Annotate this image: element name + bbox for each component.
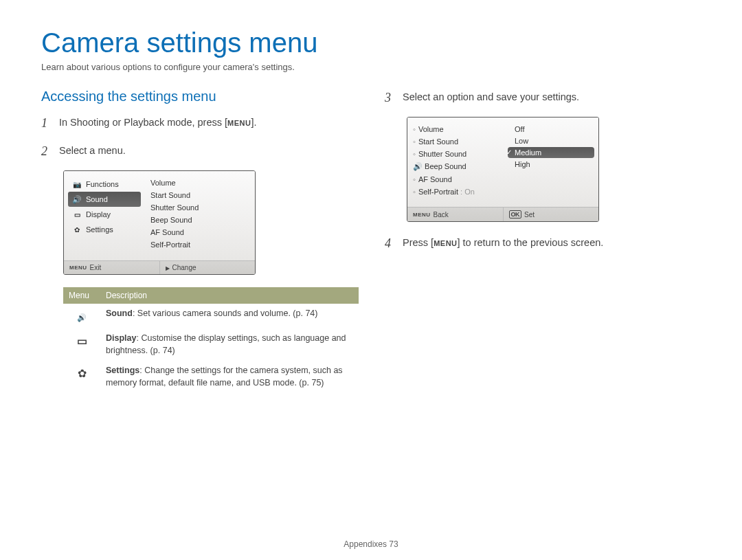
step-1: 1 In Shooting or Playback mode, press [M… — [41, 114, 357, 133]
option-medium: Medium — [508, 147, 594, 158]
option-off: Off — [508, 124, 594, 135]
table-row: Display: Customise the display settings,… — [63, 328, 359, 361]
menu-categories: Functions Sound Display Settings — [64, 171, 145, 260]
menu-button-label: MENU — [434, 239, 457, 247]
gear-icon — [72, 225, 82, 234]
ok-icon: OK — [509, 210, 522, 219]
table-header-description: Description — [100, 287, 359, 304]
page-title: Camera settings menu — [41, 27, 701, 58]
section-heading: Accessing the settings menu — [41, 89, 357, 104]
camera-icon — [72, 179, 82, 189]
camera-screen-option: Volume Start Sound Shutter Sound Beep So… — [407, 117, 599, 222]
menu-item-settings: Settings — [68, 222, 141, 237]
footer-back: MENUBack — [407, 208, 503, 221]
camera-screen-menu: Functions Sound Display Settings Volume … — [63, 170, 256, 275]
table-row: Sound: Set various camera sounds and vol… — [63, 304, 359, 328]
table-header-menu: Menu — [63, 287, 100, 304]
footer-exit: MENUExit — [64, 261, 159, 274]
table-row: Settings: Change the settings for the ca… — [63, 361, 359, 393]
display-icon — [72, 210, 82, 219]
display-icon — [77, 335, 87, 347]
option-high: High — [508, 159, 594, 170]
option-values: Off Low Medium High — [504, 117, 598, 207]
sound-icon — [72, 194, 82, 204]
step-4: 4 Press [MENU] to return to the previous… — [385, 234, 701, 253]
footer-set: OKSet — [503, 208, 599, 221]
menu-description-table: Menu Description Sound: Set various came… — [63, 287, 359, 393]
sound-icon — [77, 311, 87, 322]
option-list: Volume Start Sound Shutter Sound Beep So… — [407, 117, 504, 207]
step-3: 3 Select an option and save your setting… — [385, 89, 701, 107]
step-2: 2 Select a menu. — [41, 142, 357, 161]
menu-item-display: Display — [68, 207, 141, 222]
menu-item-sound: Sound — [68, 192, 141, 207]
menu-item-functions: Functions — [68, 177, 141, 192]
footer-change: Change — [159, 261, 256, 274]
menu-button-label: MENU — [227, 119, 251, 127]
option-low: Low — [508, 135, 594, 146]
menu-options: Volume Start Sound Shutter Sound Beep So… — [145, 171, 255, 260]
triangle-right-icon — [166, 264, 170, 271]
gear-icon — [78, 368, 87, 379]
sound-icon — [413, 162, 423, 170]
page-footer: Appendixes 73 — [0, 539, 742, 549]
page-subtitle: Learn about various options to configure… — [41, 62, 701, 72]
